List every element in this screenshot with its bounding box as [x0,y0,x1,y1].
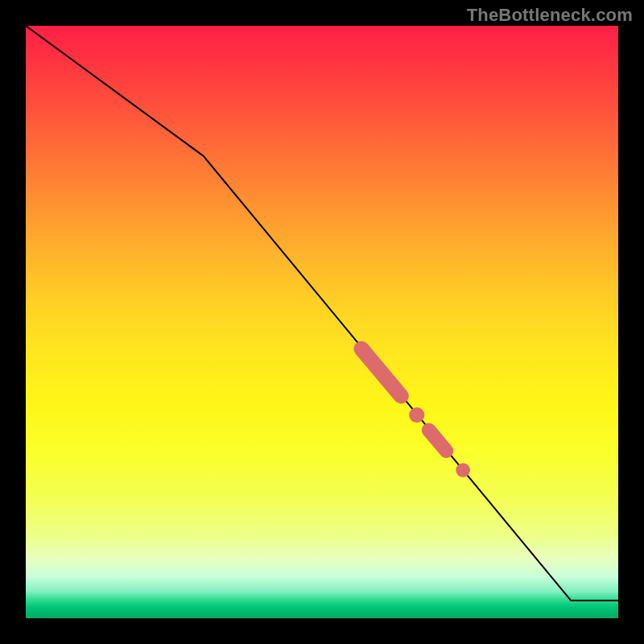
plot-svg [26,26,618,618]
marker-pill [351,338,412,407]
marker-pill [419,420,456,461]
marker-dot [456,463,470,477]
chart-stage: TheBottleneck.com [0,0,644,644]
watermark-text: TheBottleneck.com [467,5,633,26]
marker-dot [409,407,424,423]
plot-area [26,26,618,618]
series-line [26,26,618,601]
